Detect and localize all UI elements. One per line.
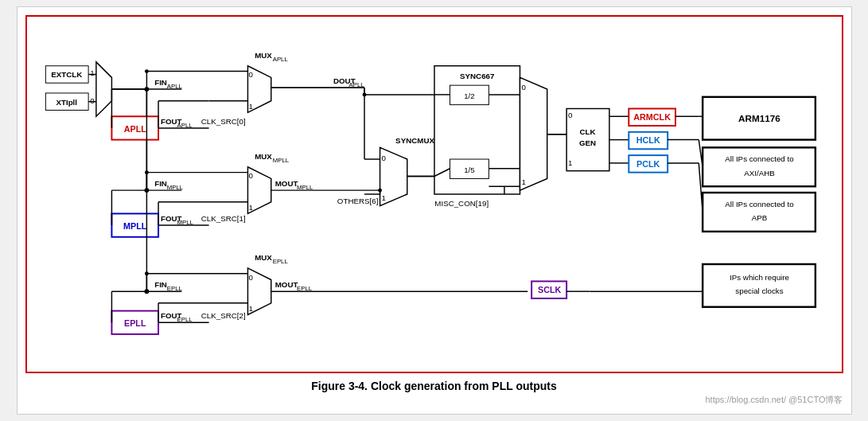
- svg-text:0: 0: [248, 171, 253, 180]
- svg-text:special clocks: special clocks: [735, 287, 783, 295]
- svg-text:ARM1176: ARM1176: [738, 113, 780, 123]
- svg-text:OTHERS[6]: OTHERS[6]: [337, 197, 378, 205]
- svg-text:MUX: MUX: [255, 51, 272, 60]
- svg-text:EPLL: EPLL: [166, 285, 182, 292]
- svg-text:APLL: APLL: [272, 56, 288, 63]
- svg-text:1: 1: [381, 193, 385, 202]
- svg-text:APLL: APLL: [177, 122, 193, 129]
- svg-text:EPLL: EPLL: [272, 258, 288, 265]
- svg-text:All IPs connected to: All IPs connected to: [725, 154, 794, 163]
- circuit-diagram: text { font-family: Arial, sans-serif; }…: [33, 23, 835, 365]
- svg-text:EPLL: EPLL: [177, 316, 193, 323]
- svg-text:MOUT: MOUT: [274, 179, 298, 188]
- svg-rect-150: [703, 264, 815, 307]
- svg-text:PCLK: PCLK: [636, 159, 660, 169]
- svg-text:MISC_CON[19]: MISC_CON[19]: [434, 199, 488, 208]
- svg-text:FIN: FIN: [154, 179, 167, 188]
- svg-text:EXTCLK: EXTCLK: [51, 70, 82, 79]
- svg-text:ARMCLK: ARMCLK: [633, 112, 671, 122]
- svg-text:0: 0: [381, 154, 386, 162]
- svg-text:IPs which require: IPs which require: [730, 273, 789, 282]
- svg-text:FIN: FIN: [154, 78, 167, 87]
- svg-text:FIN: FIN: [154, 280, 167, 289]
- svg-text:1: 1: [248, 304, 252, 313]
- svg-point-31: [144, 69, 148, 73]
- svg-text:XTIpll: XTIpll: [56, 98, 77, 107]
- svg-text:CLK_SRC[1]: CLK_SRC[1]: [200, 214, 245, 223]
- svg-text:EPLL: EPLL: [297, 285, 313, 292]
- svg-text:SCLK: SCLK: [538, 285, 561, 294]
- svg-text:1/5: 1/5: [464, 166, 475, 174]
- svg-rect-144: [703, 147, 815, 186]
- svg-text:MPLL: MPLL: [297, 184, 313, 191]
- svg-text:0: 0: [248, 273, 253, 282]
- svg-text:1: 1: [521, 177, 525, 186]
- svg-text:0: 0: [521, 83, 526, 92]
- diagram-area: text { font-family: Arial, sans-serif; }…: [25, 15, 843, 373]
- svg-text:APLL: APLL: [166, 83, 182, 90]
- svg-text:MUX: MUX: [255, 253, 272, 262]
- svg-point-82: [144, 271, 148, 275]
- svg-text:CLK_SRC[0]: CLK_SRC[0]: [200, 117, 245, 126]
- svg-point-103: [378, 189, 382, 193]
- svg-text:1/2: 1/2: [464, 92, 475, 100]
- svg-text:SYNCMUX: SYNCMUX: [395, 136, 434, 145]
- svg-text:0: 0: [90, 96, 95, 105]
- svg-text:SYNC667: SYNC667: [460, 72, 494, 80]
- svg-text:CLK_SRC[2]: CLK_SRC[2]: [200, 311, 245, 320]
- svg-text:0: 0: [568, 111, 573, 119]
- svg-text:1: 1: [90, 68, 94, 77]
- svg-text:All IPs connected to: All IPs connected to: [725, 200, 794, 209]
- svg-marker-6: [95, 62, 111, 116]
- svg-text:HCLK: HCLK: [636, 135, 660, 145]
- svg-text:1: 1: [568, 158, 572, 167]
- svg-rect-147: [703, 193, 815, 232]
- svg-text:MUX: MUX: [255, 152, 272, 161]
- svg-text:MPLL: MPLL: [123, 221, 147, 231]
- svg-text:1: 1: [248, 203, 252, 212]
- svg-marker-119: [520, 77, 547, 190]
- svg-text:CLK: CLK: [579, 127, 595, 136]
- figure-caption: Figure 3-4. Clock generation from PLL ou…: [25, 380, 843, 392]
- svg-text:MPLL: MPLL: [272, 157, 289, 164]
- watermark: https://blog.csdn.net/ @51CTO博客: [25, 394, 843, 406]
- diagram-inner: text { font-family: Arial, sans-serif; }…: [33, 23, 835, 365]
- svg-text:1: 1: [248, 102, 252, 111]
- svg-text:GEN: GEN: [578, 138, 595, 147]
- svg-text:APLL: APLL: [123, 124, 146, 134]
- svg-text:0: 0: [248, 70, 253, 79]
- svg-text:APB: APB: [751, 213, 767, 222]
- svg-text:MPLL: MPLL: [166, 184, 183, 191]
- svg-text:MOUT: MOUT: [274, 280, 298, 289]
- svg-text:AXI/AHB: AXI/AHB: [744, 169, 775, 177]
- svg-text:EPLL: EPLL: [124, 318, 146, 328]
- svg-text:MPLL: MPLL: [177, 219, 193, 226]
- page-container: text { font-family: Arial, sans-serif; }…: [17, 6, 852, 415]
- svg-point-56: [144, 170, 148, 174]
